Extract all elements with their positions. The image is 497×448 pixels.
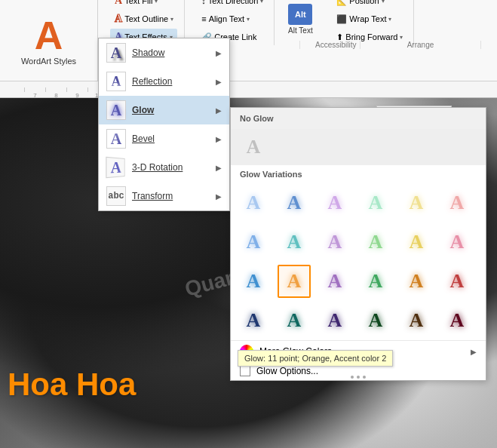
glow-grid-row2: A A A A A A xyxy=(231,222,486,262)
position-arrow: ▾ xyxy=(382,0,385,5)
reflection-icon: A xyxy=(106,72,126,91)
shadow-arrow: ▶ xyxy=(216,49,222,57)
glow-grid-row1: A A A A A A xyxy=(231,183,486,222)
position-icon: 📐 xyxy=(336,0,347,6)
text-direction-icon: ↕ xyxy=(201,0,206,5)
glow-item-r3[interactable]: A xyxy=(440,265,474,298)
alt-text-icon: Alt xyxy=(288,4,312,25)
glow-menu-item[interactable]: A Glow ▶ xyxy=(99,96,229,124)
glow-item-r2[interactable]: A xyxy=(440,226,474,259)
align-text-icon: ≡ xyxy=(201,14,206,23)
text-fill-icon: A xyxy=(115,0,122,7)
glow-item-br1[interactable]: A xyxy=(400,304,433,337)
glow-grid-row3: A A A A A A xyxy=(231,262,486,301)
text-direction-label: Text Direction xyxy=(208,0,259,5)
glow-icon: A xyxy=(106,100,126,120)
text-fill-button[interactable]: A Text Fill ▾ xyxy=(110,0,162,9)
text-fill-arrow: ▾ xyxy=(155,0,158,5)
glow-label: Glow xyxy=(132,105,154,115)
text-effects-menu: A Shadow ▶ A Reflection ▶ A Glow ▶ A Bev… xyxy=(98,38,230,211)
bevel-label: Bevel xyxy=(132,133,155,144)
arrange-section-label: Arrange xyxy=(360,41,481,49)
ruler: 7 8 9 10 11 12 13 · xyxy=(0,81,497,98)
glow-item-y1[interactable]: A xyxy=(400,186,433,219)
glow-item-b2[interactable]: A xyxy=(278,186,311,219)
glow-item-n1[interactable]: A xyxy=(237,304,270,337)
transform-arrow: ▶ xyxy=(216,192,222,201)
align-text-button[interactable]: ≡ Align Text ▾ xyxy=(197,11,268,27)
transform-icon: abc xyxy=(106,186,126,206)
glow-item-g1[interactable]: A xyxy=(359,186,392,219)
more-glow-arrow: ▶ xyxy=(471,348,477,356)
rotation-label: 3-D Rotation xyxy=(132,162,183,173)
shadow-menu-item[interactable]: A Shadow ▶ xyxy=(99,38,229,67)
glow-submenu: No Glow A Glow Variations A A A A A A A … xyxy=(230,107,486,381)
shadow-label: Shadow xyxy=(132,48,164,58)
rotation-icon: A xyxy=(106,157,124,178)
glow-item-b3[interactable]: A xyxy=(237,226,270,259)
glow-item-o2[interactable]: A xyxy=(400,265,433,298)
text-fill-label: Text Fill xyxy=(124,0,152,5)
alt-text-button[interactable]: Alt Alt Text xyxy=(281,2,320,35)
wrap-text-icon: ⬛ xyxy=(336,14,347,24)
transform-menu-item[interactable]: abc Transform ▶ xyxy=(99,182,229,210)
align-text-arrow: ▾ xyxy=(247,16,250,23)
bottom-dots xyxy=(351,376,366,379)
glow-item-t2[interactable]: A xyxy=(278,304,311,337)
no-glow-section: No Glow xyxy=(231,108,486,129)
no-glow-row[interactable]: A xyxy=(231,129,486,165)
text-outline-icon: A xyxy=(115,13,122,25)
wordart-big-a-icon: A xyxy=(35,16,63,55)
glow-item-b1[interactable]: A xyxy=(237,186,270,219)
reflection-menu-item[interactable]: A Reflection ▶ xyxy=(99,67,229,96)
glow-item-y2[interactable]: A xyxy=(400,226,433,259)
glow-item-i1[interactable]: A xyxy=(318,304,351,337)
wrap-text-label: Wrap Text xyxy=(349,14,386,23)
alt-text-label: Alt Text xyxy=(288,26,313,35)
glow-grid-row4: A A A A A A xyxy=(231,301,486,340)
no-glow-header: No Glow xyxy=(240,114,477,123)
transform-label: Transform xyxy=(132,191,173,201)
glow-item-cr1[interactable]: A xyxy=(440,304,474,337)
glow-item-p3[interactable]: A xyxy=(318,265,351,298)
glow-item-b4[interactable]: A xyxy=(237,265,270,298)
text-outline-button[interactable]: A Text Outline ▾ xyxy=(110,11,178,27)
hoa-text: Hoa Hoa xyxy=(8,367,136,403)
ribbon-top-row: A Text Fill ▾ A Text Outline ▾ A Tex xyxy=(98,0,497,38)
shadow-icon: A xyxy=(106,43,126,63)
wrap-text-arrow: ▾ xyxy=(388,16,391,23)
wordart-styles-label: WordArt Styles xyxy=(21,57,76,66)
glow-tooltip: Glow: 11 point; Orange, Accent color 2 xyxy=(238,350,393,367)
reflection-label: Reflection xyxy=(132,76,172,87)
glow-item-g2[interactable]: A xyxy=(359,226,392,259)
glow-item-t1[interactable]: A xyxy=(278,226,311,259)
bevel-arrow: ▶ xyxy=(216,135,222,143)
align-text-label: Align Text xyxy=(209,14,245,23)
wrap-text-button[interactable]: ⬛ Wrap Text ▾ xyxy=(332,11,407,27)
ruler-mark-9: 9 xyxy=(66,87,87,92)
position-label: Position xyxy=(349,0,379,5)
ruler-mark-7: 7 xyxy=(24,87,45,92)
glow-item-p1[interactable]: A xyxy=(318,186,351,219)
ribbon: A WordArt Styles A Text Fill ▾ A Text Ou… xyxy=(0,0,497,81)
glow-item-f1[interactable]: A xyxy=(359,304,392,337)
no-glow-icon: A xyxy=(240,133,267,161)
glow-item-g3[interactable]: A xyxy=(359,265,392,298)
text-direction-button[interactable]: ↕ Text Direction ▾ xyxy=(197,0,268,9)
text-outline-arrow: ▾ xyxy=(170,16,173,23)
glow-item-p2[interactable]: A xyxy=(318,226,351,259)
glow-item-r1[interactable]: A xyxy=(440,186,474,219)
text-outline-label: Text Outline xyxy=(124,14,168,23)
glow-options-checkbox-icon xyxy=(240,366,250,376)
accessibility-section-label: Accessibility xyxy=(300,41,360,49)
bevel-icon: A xyxy=(106,129,126,149)
text-direction-arrow: ▾ xyxy=(260,0,263,5)
glow-item-o1-selected[interactable]: A xyxy=(278,265,311,298)
rotation-menu-item[interactable]: A 3-D Rotation ▶ xyxy=(99,153,229,182)
bevel-menu-item[interactable]: A Bevel ▶ xyxy=(99,124,229,153)
position-button[interactable]: 📐 Position ▾ xyxy=(332,0,407,9)
glow-variations-label: Glow Variations xyxy=(231,165,486,183)
rotation-arrow: ▶ xyxy=(216,164,222,172)
ruler-mark-8: 8 xyxy=(45,87,66,92)
reflection-arrow: ▶ xyxy=(216,78,222,86)
